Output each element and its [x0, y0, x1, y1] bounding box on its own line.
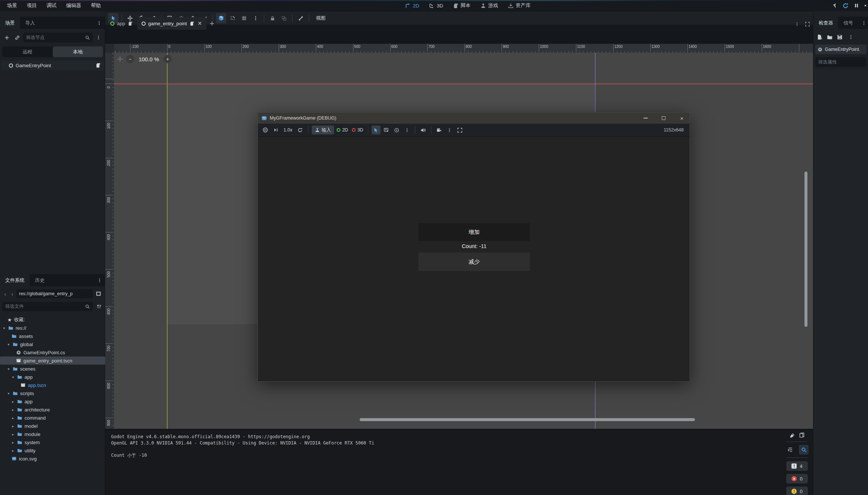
tree-item-icon-svg[interactable]: icon.svg: [0, 455, 105, 463]
tree-item-app-folder[interactable]: ▾ app: [0, 373, 105, 381]
tab-scene-dock[interactable]: 场景: [0, 17, 20, 29]
scene-tree-root-node[interactable]: GameEntryPoint: [1, 61, 104, 70]
remote-cursor-icon[interactable]: [831, 3, 837, 9]
error-count-badge[interactable]: × 0: [786, 474, 808, 483]
focus-node-icon[interactable]: [392, 126, 401, 134]
fs-path-field[interactable]: res://global/game_entry_p: [16, 289, 93, 298]
new-scene-tab-button[interactable]: [207, 17, 218, 30]
minimize-icon[interactable]: [638, 113, 653, 124]
zoom-out-button[interactable]: −: [126, 55, 134, 63]
stop-game-icon[interactable]: [864, 3, 867, 8]
suspend-icon[interactable]: [261, 126, 270, 134]
tree-item-game-entry-point-tscn[interactable]: game_entry_point.tscn: [0, 356, 105, 365]
list-select-icon[interactable]: [382, 126, 391, 134]
local-tab[interactable]: 本地: [53, 46, 103, 57]
tabstrip-menu-icon[interactable]: [794, 22, 800, 27]
clear-output-icon[interactable]: [789, 433, 795, 439]
tree-item-system[interactable]: ▸ system: [0, 438, 105, 446]
search-output-icon[interactable]: [799, 445, 809, 455]
tab-history[interactable]: 历史: [30, 274, 50, 286]
camera-3d-toggle[interactable]: 3D: [351, 126, 365, 134]
collapse-duplicates-icon[interactable]: [786, 445, 795, 455]
inspector-menu-icon[interactable]: [847, 33, 855, 41]
game-window[interactable]: MyGFrameworkGame (DEBUG) × 1.0x 输入: [258, 112, 690, 382]
tree-item-gameentrypoint-cs[interactable]: GameEntryPoint.cs: [0, 348, 105, 356]
switcher-3d[interactable]: 3D: [429, 3, 443, 9]
camera-options-icon[interactable]: [445, 126, 454, 134]
tab-filesystem[interactable]: 文件系统: [0, 274, 30, 286]
restart-icon[interactable]: [296, 126, 305, 134]
tree-item-assets[interactable]: assets: [0, 332, 105, 340]
chevron-right-icon[interactable]: ▸: [11, 432, 15, 436]
tree-item-scenes[interactable]: ▾ scenes: [0, 365, 105, 373]
float-dock-icon[interactable]: [94, 289, 103, 298]
filter-files-input[interactable]: 筛选文件: [2, 302, 93, 311]
camera-override-icon[interactable]: [435, 126, 444, 134]
instance-scene-button[interactable]: [13, 33, 22, 42]
pause-game-icon[interactable]: [854, 3, 859, 8]
copy-output-icon[interactable]: [799, 433, 805, 439]
expand-editor-icon[interactable]: [805, 22, 810, 27]
tree-item-res[interactable]: ▾ res://: [0, 324, 105, 332]
tree-item-model[interactable]: ▸ model: [0, 422, 105, 430]
chevron-right-icon[interactable]: ▸: [11, 408, 15, 412]
tree-item-global[interactable]: ▾ global: [0, 340, 105, 348]
restart-game-icon[interactable]: [842, 3, 849, 9]
tree-item-scripts-app[interactable]: ▸ app: [0, 397, 105, 406]
maximize-icon[interactable]: [656, 113, 671, 124]
fs-dock-menu-icon[interactable]: [95, 276, 104, 284]
warning-count-badge[interactable]: ! 0: [786, 486, 808, 495]
tree-item-utility[interactable]: ▸ utility: [0, 446, 105, 455]
tree-favorites[interactable]: ★ 收藏:: [0, 316, 105, 324]
chevron-down-icon[interactable]: ▾: [7, 342, 10, 346]
switcher-2d[interactable]: 2D: [405, 3, 419, 9]
2d-canvas[interactable]: − 100.0 % + MyGFrameworkGame (DEBUG) × 1…: [114, 53, 813, 429]
menu-debug[interactable]: 调试: [42, 0, 61, 11]
tree-item-command[interactable]: ▸ command: [0, 414, 105, 422]
selection-options-icon[interactable]: [403, 126, 412, 134]
zoom-percent[interactable]: 100.0 %: [137, 56, 161, 62]
load-resource-icon[interactable]: [827, 34, 833, 40]
tab-inspector[interactable]: 检查器: [813, 17, 838, 29]
chevron-right-icon[interactable]: ▸: [11, 424, 15, 428]
increase-button[interactable]: 增加: [418, 223, 530, 241]
chevron-down-icon[interactable]: ▾: [11, 375, 15, 379]
decrease-button[interactable]: 减少: [418, 253, 530, 271]
switcher-game[interactable]: 游戏: [480, 2, 498, 9]
speed-multiplier[interactable]: 1.0x: [282, 127, 294, 133]
zoom-in-button[interactable]: +: [163, 55, 172, 63]
message-count-badge[interactable]: ! 4: [786, 461, 808, 471]
chevron-right-icon[interactable]: ▸: [11, 440, 15, 444]
center-view-icon[interactable]: [117, 56, 123, 62]
tree-item-scripts[interactable]: ▾ scripts: [0, 389, 105, 397]
add-node-button[interactable]: [2, 33, 11, 42]
canvas-vscrollbar[interactable]: [804, 172, 807, 327]
scene-tab-game-entry-point[interactable]: game_entry_point ✕: [137, 17, 207, 30]
game-window-titlebar[interactable]: MyGFrameworkGame (DEBUG) ×: [258, 113, 690, 124]
tree-item-module[interactable]: ▸ module: [0, 430, 105, 438]
close-icon[interactable]: ×: [674, 113, 690, 124]
chevron-right-icon[interactable]: ▸: [11, 416, 15, 420]
switcher-script[interactable]: 脚本: [453, 2, 471, 9]
chevron-right-icon[interactable]: ▸: [11, 400, 15, 404]
edited-resource-button[interactable]: GameEntryPoint.: [815, 45, 867, 54]
scene-tab-app[interactable]: app: [106, 17, 137, 30]
next-frame-icon[interactable]: [271, 126, 280, 134]
input-toggle[interactable]: 输入: [312, 126, 334, 134]
inspector-dock-menu-icon[interactable]: [860, 19, 868, 27]
camera-2d-toggle[interactable]: 2D: [336, 126, 349, 134]
chevron-down-icon[interactable]: ▾: [7, 391, 10, 395]
menu-project[interactable]: 项目: [22, 0, 42, 11]
remote-tab[interactable]: 远程: [2, 46, 53, 57]
menu-editor[interactable]: 编辑器: [61, 0, 86, 11]
filter-properties-input[interactable]: 筛选属性: [815, 57, 867, 67]
chevron-down-icon[interactable]: ▾: [2, 326, 6, 330]
mute-audio-icon[interactable]: [419, 126, 428, 134]
scene-tree-menu-icon[interactable]: [94, 33, 103, 42]
new-resource-icon[interactable]: [817, 34, 823, 40]
sort-files-icon[interactable]: [95, 302, 103, 310]
menu-scene[interactable]: 场景: [2, 0, 22, 11]
canvas-hscrollbar[interactable]: [360, 418, 695, 421]
switcher-assetlib[interactable]: 资产库: [508, 2, 531, 9]
chevron-right-icon[interactable]: ▸: [11, 449, 15, 453]
